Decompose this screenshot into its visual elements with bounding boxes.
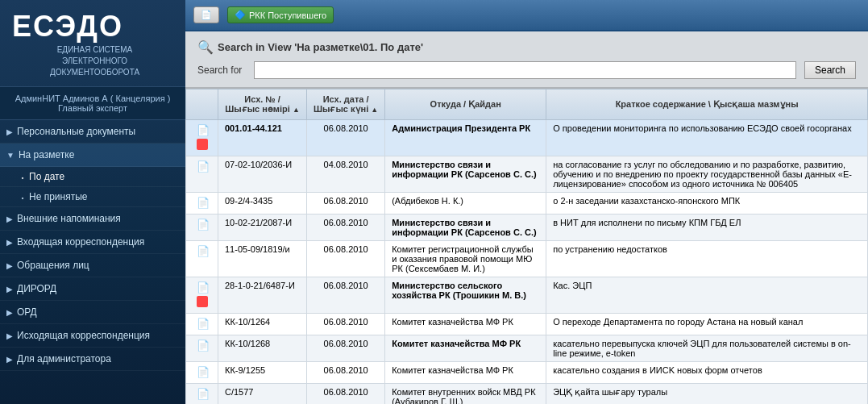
row-icons: 📄: [186, 277, 218, 314]
document-icon: 📄: [197, 124, 208, 137]
row-icons: 📄: [186, 335, 218, 362]
row-content: касательно создания в ИИСK новых форм от…: [546, 362, 868, 384]
dot-icon: ⬩: [20, 173, 25, 181]
table-row[interactable]: 📄07-02-10/2036-И04.08.2010Министерство с…: [186, 156, 868, 193]
row-from: Министерство связи и информации РК (Сарс…: [385, 156, 546, 193]
alert-icon: [197, 296, 208, 307]
col-header-from: Откуда / Қайдан: [385, 90, 546, 120]
sidebar-item-iskhod[interactable]: ▶ Исходящая корреспонденция: [0, 324, 185, 348]
arrow-icon: ▶: [6, 214, 13, 223]
search-row: Search for Search: [197, 61, 856, 79]
user-info: АдминНИТ Админов А ( Канцелярия ) Главны…: [0, 87, 185, 120]
logo-area: ЕСЭДО ЕДИНАЯ СИСТЕМА ЭЛЕКТРОННОГО ДОКУМЕ…: [0, 0, 185, 87]
row-icons: 📄: [186, 362, 218, 384]
col-header-num[interactable]: Исх. № /Шығыс нөмірі ▲: [218, 90, 307, 120]
arrow-icon: ▶: [6, 355, 13, 364]
sort-asc-icon: ▲: [371, 106, 378, 114]
row-date: 06.08.2010: [307, 120, 385, 156]
row-content: касательно перевыпуска ключей ЭЦП для по…: [546, 335, 868, 362]
document-icon: 📄: [197, 160, 208, 173]
alert-icon: [197, 139, 208, 150]
rkk-button[interactable]: 🔷 РКК Поступившего: [227, 6, 334, 23]
table-row[interactable]: 📄С/157706.08.2010Комитет внутренних войс…: [186, 384, 868, 405]
search-button[interactable]: Search: [804, 61, 856, 79]
row-date: 06.08.2010: [307, 335, 385, 362]
sidebar-item-obrashcheniya[interactable]: ▶ Обращения лиц: [0, 254, 185, 277]
table-header-row: Исх. № /Шығыс нөмірі ▲ Исх. дата /Шығыс …: [186, 90, 868, 120]
main-content: 📄 🔷 РКК Поступившего 🔍 Search in View 'Н…: [185, 0, 868, 404]
row-content: на согласование гз услуг по обследованию…: [546, 156, 868, 193]
sidebar-item-personal[interactable]: ▶ Персональные документы: [0, 120, 185, 144]
top-bar: 📄 🔷 РКК Поступившего: [185, 0, 868, 31]
table-row[interactable]: 📄09-2/4-343506.08.2010(Абдибеков Н. К.)о…: [186, 193, 868, 214]
row-icons: 📄: [186, 241, 218, 277]
sidebar-item-vkhod[interactable]: ▶ Входящая корреспонденция: [0, 231, 185, 254]
sidebar-item-narazmetke[interactable]: ▼ На разметке: [0, 144, 185, 167]
table-row[interactable]: 📄КК-10/126406.08.2010Комитет казначейств…: [186, 314, 868, 335]
user-name: АдминНИТ Админов А ( Канцелярия ): [8, 94, 177, 103]
search-input[interactable]: [254, 61, 796, 79]
row-icons: 📄: [186, 120, 218, 156]
documents-table: Исх. № /Шығыс нөмірі ▲ Исх. дата /Шығыс …: [185, 89, 868, 404]
row-num: 10-02-21/2087-И: [218, 214, 307, 241]
search-magnifier-icon: 🔍: [197, 40, 214, 55]
row-icons: 📄: [186, 193, 218, 214]
rkk-label: РКК Поступившего: [249, 10, 326, 20]
arrow-icon: ▼: [6, 151, 15, 160]
row-from: Комитет казначейства МФ РК: [385, 362, 546, 384]
sidebar-item-ord[interactable]: ▶ ОРД: [0, 301, 185, 324]
logo-title: ЕСЭДО: [12, 12, 177, 41]
sidebar-item-label: ДИРОРД: [17, 283, 56, 294]
table-row[interactable]: 📄КК-9/125506.08.2010Комитет казначейства…: [186, 362, 868, 384]
doc-icon: 📄: [201, 10, 212, 20]
sidebar-item-label: На разметке: [19, 149, 74, 160]
document-icon: 📄: [197, 339, 208, 352]
col-header-date[interactable]: Исх. дата /Шығыс күні ▲: [307, 90, 385, 120]
document-icon: 📄: [197, 219, 208, 231]
row-date: 06.08.2010: [307, 241, 385, 277]
sidebar-item-vneshnye[interactable]: ▶ Внешние напоминания: [0, 207, 185, 231]
sidebar-sub-label: Не принятые: [29, 191, 87, 202]
user-role: Главный эксперт: [8, 103, 177, 113]
row-from: Комитет казначейства МФ РК: [385, 314, 546, 335]
row-content: О проведении мониторинга по использовани…: [546, 120, 868, 156]
sidebar-subitem-nepriniatye[interactable]: ⬩ Не принятые: [0, 187, 185, 207]
arrow-icon: ▶: [6, 331, 13, 340]
row-icons: 📄: [186, 384, 218, 405]
table-row[interactable]: 📄001.01-44.12106.08.2010Администрация Пр…: [186, 120, 868, 156]
table-row[interactable]: 📄10-02-21/2087-И06.08.2010Министерство с…: [186, 214, 868, 241]
sort-asc-icon: ▲: [293, 106, 300, 114]
row-num: КК-9/1255: [218, 362, 307, 384]
sidebar-sub-label: По дате: [29, 171, 64, 182]
row-date: 06.08.2010: [307, 277, 385, 314]
arrow-icon: ▶: [6, 261, 13, 270]
table-row[interactable]: 📄КК-10/126806.08.2010Комитет казначейств…: [186, 335, 868, 362]
row-from: Администрация Президента РК: [385, 120, 546, 156]
col-header-icons: [186, 90, 218, 120]
table-row[interactable]: 📄11-05-09/1819/и06.08.2010Комитет регист…: [186, 241, 868, 277]
arrow-icon: ▶: [6, 308, 13, 317]
table-area: Исх. № /Шығыс нөмірі ▲ Исх. дата /Шығыс …: [185, 89, 868, 404]
row-content: по устранению недостатков: [546, 241, 868, 277]
sidebar-item-label: Обращения лиц: [17, 260, 89, 271]
doc-button[interactable]: 📄: [193, 6, 219, 23]
row-content: ЭЦҚ қайта шығару туралы: [546, 384, 868, 405]
document-icon: 📄: [197, 366, 208, 379]
row-num: 07-02-10/2036-И: [218, 156, 307, 193]
dot-icon: ⬩: [20, 193, 25, 202]
search-for-label: Search for: [197, 65, 246, 76]
row-num: 09-2/4-3435: [218, 193, 307, 214]
arrow-icon: ▶: [6, 127, 13, 136]
row-date: 06.08.2010: [307, 362, 385, 384]
row-content: О переходе Департамента по городу Астана…: [546, 314, 868, 335]
row-date: 06.08.2010: [307, 314, 385, 335]
sidebar-item-label: Исходящая корреспонденция: [17, 330, 150, 341]
sidebar-item-admin[interactable]: ▶ Для администратора: [0, 348, 185, 371]
sidebar-subitem-podate[interactable]: ⬩ По дате: [0, 167, 185, 187]
row-date: 06.08.2010: [307, 214, 385, 241]
sidebar-menu: ▶ Персональные документы ▼ На разметке ⬩…: [0, 120, 185, 404]
document-icon: 📄: [197, 281, 208, 294]
sidebar-item-dirord[interactable]: ▶ ДИРОРД: [0, 277, 185, 301]
sidebar: ЕСЭДО ЕДИНАЯ СИСТЕМА ЭЛЕКТРОННОГО ДОКУМЕ…: [0, 0, 185, 404]
table-row[interactable]: 📄28-1-0-21/6487-И06.08.2010Министерство …: [186, 277, 868, 314]
